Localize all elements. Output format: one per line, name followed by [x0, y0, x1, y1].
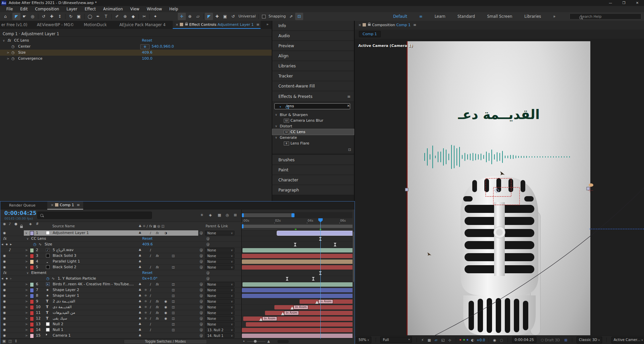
panel-tab-paint[interactable]: Paint — [272, 165, 354, 175]
selection-gizmo-icon[interactable]: ◤ — [205, 13, 213, 20]
layer-row[interactable]: ◉>9Tالقديــمة دى 2♣☼∕fx◉◫@None∨ — [0, 299, 241, 304]
region-of-interest-icon[interactable]: ▱ — [435, 336, 437, 344]
chevron-down-icon[interactable]: ∨ — [26, 270, 29, 276]
graph-row[interactable]: In Anim — [242, 299, 353, 304]
tab-motionduck[interactable]: MotionDuck — [84, 21, 107, 29]
work-area-bar[interactable] — [242, 224, 353, 228]
layer-color-swatch[interactable] — [30, 311, 34, 316]
resolution-select[interactable]: Full ▾ — [380, 337, 412, 343]
eye-icon[interactable]: ◉ — [3, 230, 6, 236]
expand-caret-icon[interactable]: > — [25, 316, 28, 321]
switch-quality-icon[interactable]: ♣ — [139, 310, 142, 316]
graph-row[interactable] — [242, 253, 353, 259]
dolly-camera-tool-icon[interactable]: ↕ — [56, 13, 64, 20]
pickwhip-icon[interactable]: @ — [206, 270, 210, 276]
shape-tool-icon[interactable]: ◯ — [86, 13, 94, 20]
eye-icon[interactable]: ◉ — [3, 333, 6, 338]
effects-search-input[interactable]: ▾lens — [274, 103, 350, 109]
zoom-out-icon[interactable]: ▴ — [243, 339, 245, 342]
frame-blend-icon[interactable]: ▦ — [218, 213, 221, 217]
region-capture-icon[interactable]: ⊡ — [295, 13, 303, 20]
stopwatch-icon[interactable]: ◷ — [11, 56, 15, 62]
pickwhip-icon[interactable]: @ — [200, 333, 203, 338]
switch-half-icon[interactable]: ◑ — [164, 230, 167, 236]
switch-mblur-icon[interactable]: ◉ — [164, 299, 167, 304]
workspace-menu-icon[interactable]: ≡ — [419, 12, 423, 21]
layer-duration-bar[interactable] — [246, 322, 353, 327]
layer-duration-bar[interactable] — [265, 311, 353, 315]
lock-icon[interactable] — [368, 24, 371, 26]
graph-row[interactable] — [242, 327, 353, 333]
layer-row[interactable]: ◉>10Tالقديــمة دى♣☼∕fx◉◫@None∨ — [0, 304, 241, 310]
panel-tab-brushes[interactable]: Brushes — [272, 155, 354, 165]
parent-select[interactable]: None∨ — [205, 322, 234, 327]
layer-name[interactable]: 5 الرياح.wav — [53, 247, 73, 253]
param-value[interactable]: 540.0,960.0 — [152, 44, 174, 50]
pan-camera-tool-icon[interactable]: ✚ — [48, 13, 56, 20]
graph-row[interactable]: In Anim — [242, 304, 353, 310]
panel-tab-audio[interactable]: Audio — [272, 31, 354, 41]
create-preset-icon[interactable]: ⊡ — [348, 148, 351, 152]
eye-icon[interactable]: ◉ — [3, 265, 6, 270]
mini-flowchart-icon[interactable]: ✳ — [200, 213, 203, 217]
layer-name[interactable]: Black Solid 3 — [53, 253, 76, 259]
chevron-down-icon[interactable]: ∨ — [275, 123, 277, 129]
panel-tab-info[interactable]: Info — [272, 21, 354, 31]
switch-draft-icon[interactable]: ∕ — [150, 316, 151, 321]
expand-caret-icon[interactable]: > — [25, 253, 28, 259]
panel-tab-paragraph[interactable]: Paragraph — [272, 185, 354, 195]
switch-fx-icon[interactable]: fx — [156, 265, 159, 270]
eye-icon[interactable]: ◉ — [3, 299, 6, 304]
roto-brush-tool-icon[interactable]: ✂ — [140, 13, 148, 20]
switch-quality-icon[interactable]: ♣ — [139, 253, 142, 259]
reset-link[interactable]: Reset — [142, 38, 152, 44]
switch-fx-icon[interactable]: fx — [156, 282, 159, 287]
kf-add-icon[interactable]: ◆ — [6, 242, 8, 247]
pickwhip-icon[interactable]: @ — [200, 304, 203, 310]
switch-quality-icon[interactable]: ♣ — [139, 316, 142, 321]
parent-select[interactable]: None∨ — [205, 305, 234, 309]
graph-row[interactable] — [242, 259, 353, 265]
switch-sun-icon[interactable]: ☼ — [144, 304, 147, 310]
parent-select[interactable]: None∨ — [205, 293, 234, 298]
eye-icon[interactable]: ◉ — [3, 287, 6, 293]
switch-sun-icon[interactable]: ☼ — [144, 316, 147, 321]
parent-select[interactable]: None∨ — [205, 259, 234, 264]
switch-draft-icon[interactable]: ∕ — [150, 287, 151, 293]
graph-icon[interactable]: ∿ — [52, 276, 55, 281]
panel-tab-preview[interactable]: Preview — [272, 41, 354, 51]
pickwhip-icon[interactable]: @ — [200, 299, 203, 304]
zoom-tool-icon[interactable]: ◎ — [29, 13, 37, 20]
layer-duration-bar[interactable] — [243, 282, 353, 287]
expand-caret-icon[interactable]: > — [25, 259, 28, 264]
brush-tool-icon[interactable]: ✐ — [113, 13, 121, 20]
panel-tab-libraries[interactable]: Libraries — [272, 61, 354, 71]
graph-row[interactable] — [242, 287, 353, 293]
type-tool-icon[interactable]: T — [102, 13, 110, 20]
layer-row[interactable]: ◉>3Black Solid 3♣∕fx◫@None∨ — [0, 253, 241, 259]
keyframe-icon[interactable] — [286, 277, 288, 281]
parent-select[interactable]: None∨ — [205, 282, 234, 287]
show-snapshot-icon[interactable]: ○ — [500, 336, 503, 344]
switch-fx-icon[interactable]: fx — [156, 316, 159, 321]
mask-visibility-icon[interactable]: ◱ — [441, 336, 444, 344]
close-tab-icon[interactable]: × — [358, 23, 361, 27]
parent-select[interactable]: None∨ — [205, 299, 234, 304]
switch-quality-icon[interactable]: ♣ — [139, 265, 142, 270]
layer-color-swatch[interactable] — [30, 299, 34, 304]
tab-comp-1[interactable]: ×Comp 1≡ — [47, 202, 83, 210]
switch-quality-icon[interactable]: ♣ — [139, 259, 142, 264]
work-area-start-handle[interactable] — [242, 224, 244, 228]
tab-composition[interactable]: ×Composition Comp 1≡ — [355, 21, 644, 30]
chevron-down-icon[interactable]: ∨ — [275, 112, 277, 118]
pickwhip-icon[interactable]: @ — [200, 253, 203, 259]
preview-timecode[interactable]: 0:00:04:25 — [512, 337, 536, 343]
comp-marker-green[interactable] — [295, 229, 297, 230]
layer-color-swatch[interactable] — [30, 334, 34, 338]
graph-row[interactable] — [242, 333, 353, 339]
pickwhip-icon[interactable]: @ — [200, 322, 203, 327]
layer-color-swatch[interactable] — [30, 254, 34, 259]
layer-name[interactable]: Shape Layer 1 — [53, 293, 79, 298]
switch-quality-icon[interactable]: ♣ — [139, 322, 142, 327]
layer-color-swatch[interactable] — [30, 288, 34, 293]
